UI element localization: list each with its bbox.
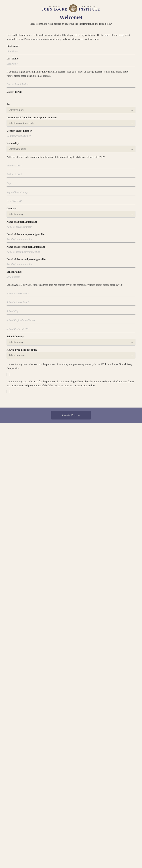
parent2-name-input[interactable] bbox=[6, 249, 136, 255]
sex-select[interactable]: Select your sex Male Female Other Prefer… bbox=[6, 106, 136, 113]
school-postcode-input[interactable] bbox=[6, 326, 136, 332]
region-field bbox=[6, 189, 136, 195]
parent2-email-field: Email of the second parent/guardian: bbox=[6, 258, 136, 268]
parent1-name-label: Name of a parent/guardian: bbox=[6, 220, 136, 223]
address-line1-field bbox=[6, 163, 136, 169]
school-name-label: School Name: bbox=[6, 271, 136, 273]
consent2-checkbox[interactable] bbox=[6, 390, 10, 393]
parent1-name-field: Name of a parent/guardian: bbox=[6, 220, 136, 230]
logo: OXFORD John Locke PRINCETON Institute bbox=[4, 4, 138, 12]
how-heard-field: How did you hear about us? Select an opt… bbox=[6, 348, 136, 359]
parent1-name-input[interactable] bbox=[6, 224, 136, 230]
country-label: Country: bbox=[6, 207, 136, 210]
dob-field: Date of Birth: bbox=[6, 90, 136, 100]
logo-right-sub: PRINCETON bbox=[79, 5, 100, 8]
school-address-line1-input[interactable] bbox=[6, 291, 136, 297]
last-name-input[interactable] bbox=[6, 61, 136, 67]
dob-input[interactable] bbox=[6, 94, 136, 100]
backup-email-input[interactable] bbox=[6, 82, 136, 88]
sex-field: Sex: Select your sex Male Female Other P… bbox=[6, 103, 136, 113]
backup-email-field bbox=[6, 82, 136, 88]
school-postcode-field bbox=[6, 326, 136, 332]
school-country-select-wrapper: Select country bbox=[6, 339, 136, 345]
address-line1-input[interactable] bbox=[6, 163, 136, 169]
logo-left-title: John Locke bbox=[42, 8, 67, 11]
intl-code-field: International Code for contact phone num… bbox=[6, 116, 136, 127]
first-name-label: First Name: bbox=[6, 45, 136, 48]
logo-right-title: Institute bbox=[79, 8, 100, 11]
school-country-select[interactable]: Select country bbox=[6, 339, 136, 345]
last-name-field: Last Name: bbox=[6, 57, 136, 67]
parent2-email-label: Email of the second parent/guardian: bbox=[6, 258, 136, 261]
consent2-block: I consent to my data to be used for the … bbox=[6, 380, 136, 393]
logo-right-text: PRINCETON Institute bbox=[79, 5, 100, 11]
logo-left-sub: OXFORD bbox=[42, 5, 67, 8]
first-name-input[interactable] bbox=[6, 49, 136, 54]
school-name-input[interactable] bbox=[6, 274, 136, 280]
phone-input[interactable] bbox=[6, 133, 136, 139]
header: OXFORD John Locke PRINCETON Institute bbox=[0, 0, 142, 29]
how-heard-select-wrapper: Select an option bbox=[6, 352, 136, 359]
how-heard-select[interactable]: Select an option bbox=[6, 352, 136, 359]
intl-code-select[interactable]: Select international code bbox=[6, 120, 136, 127]
school-region-input[interactable] bbox=[6, 317, 136, 323]
parent2-name-label: Name of a second parent/guardian: bbox=[6, 245, 136, 248]
how-heard-label: How did you hear about us? bbox=[6, 348, 136, 351]
address-line2-input[interactable] bbox=[6, 172, 136, 178]
country-select-wrapper: Select country bbox=[6, 211, 136, 218]
phone-label: Contact phone number: bbox=[6, 129, 136, 132]
backup-email-info: If you have signed up using an instituti… bbox=[6, 70, 136, 78]
parent2-name-field: Name of a second parent/guardian: bbox=[6, 245, 136, 255]
consent1-checkbox-container bbox=[6, 372, 136, 376]
city-input[interactable] bbox=[6, 181, 136, 187]
region-input[interactable] bbox=[6, 189, 136, 195]
nationality-label: Nationality: bbox=[6, 142, 136, 145]
address-info-text: Address (if your address does not contai… bbox=[6, 155, 136, 159]
intl-code-select-wrapper: Select international code bbox=[6, 120, 136, 127]
country-field: Country: Select country bbox=[6, 207, 136, 218]
school-name-field: School Name: bbox=[6, 271, 136, 280]
sex-label: Sex: bbox=[6, 103, 136, 106]
nationality-field: Nationality: Select nationality bbox=[6, 142, 136, 152]
nationality-select-wrapper: Select nationality bbox=[6, 146, 136, 152]
city-field bbox=[6, 181, 136, 187]
country-select[interactable]: Select country bbox=[6, 211, 136, 218]
school-country-label: School Country: bbox=[6, 335, 136, 338]
last-name-label: Last Name: bbox=[6, 57, 136, 60]
school-address-line2-field bbox=[6, 300, 136, 306]
school-city-field bbox=[6, 309, 136, 314]
consent2-checkbox-container bbox=[6, 390, 136, 393]
consent1-checkbox[interactable] bbox=[6, 373, 10, 376]
school-city-input[interactable] bbox=[6, 309, 136, 314]
form-container: First and last name refers to the order … bbox=[0, 29, 142, 404]
school-address-info-text: School Address (if your school's address… bbox=[6, 283, 136, 287]
parent1-email-input[interactable] bbox=[6, 237, 136, 243]
logo-emblem bbox=[69, 4, 77, 12]
sex-select-wrapper: Select your sex Male Female Other Prefer… bbox=[6, 106, 136, 113]
page-subtitle: Please complete your profile by entering… bbox=[4, 22, 138, 26]
consent2-text: I consent to my data to be used for the … bbox=[6, 380, 136, 388]
logo-left-name: OXFORD John Locke bbox=[42, 5, 67, 11]
create-profile-button[interactable]: Create Profile bbox=[51, 411, 91, 420]
page-title: Welcome! bbox=[4, 14, 138, 20]
intl-code-label: International Code for contact phone num… bbox=[6, 116, 136, 119]
logo-right-name: PRINCETON Institute bbox=[79, 5, 100, 11]
intro-info-text: First and last name refers to the order … bbox=[6, 33, 136, 41]
parent1-email-field: Email of the above parent/guardian: bbox=[6, 233, 136, 243]
consent1-block: I consent to my data to be used for the … bbox=[6, 362, 136, 376]
consent1-text: I consent to my data to be used for the … bbox=[6, 362, 136, 371]
phone-field: Contact phone number: bbox=[6, 129, 136, 139]
address-line2-field bbox=[6, 172, 136, 178]
school-address-line2-input[interactable] bbox=[6, 300, 136, 306]
dob-label: Date of Birth: bbox=[6, 90, 136, 93]
postcode-field bbox=[6, 198, 136, 204]
parent2-email-input[interactable] bbox=[6, 261, 136, 268]
school-region-field bbox=[6, 317, 136, 323]
submit-section: Create Profile bbox=[0, 407, 142, 423]
nationality-select[interactable]: Select nationality bbox=[6, 146, 136, 152]
postcode-input[interactable] bbox=[6, 198, 136, 204]
first-name-field: First Name: bbox=[6, 45, 136, 54]
logo-left-text: OXFORD John Locke bbox=[42, 5, 67, 11]
school-country-field: School Country: Select country bbox=[6, 335, 136, 345]
parent1-email-label: Email of the above parent/guardian: bbox=[6, 233, 136, 236]
